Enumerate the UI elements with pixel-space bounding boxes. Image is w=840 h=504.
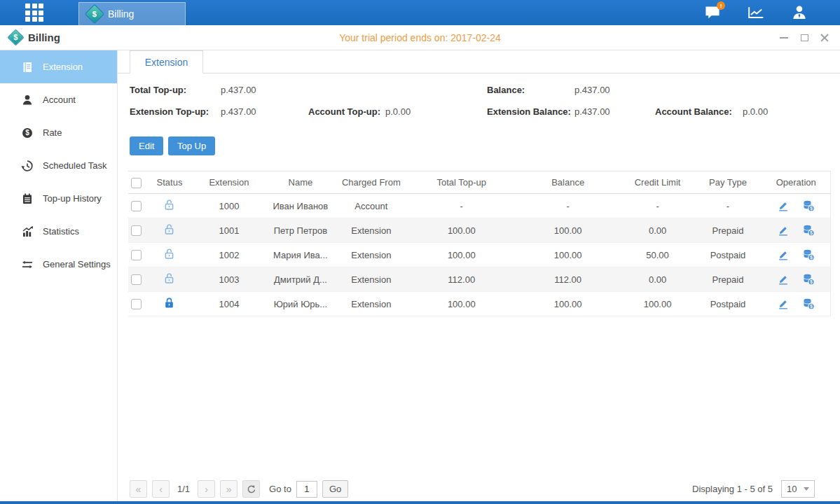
cell-credit-limit: - bbox=[621, 194, 694, 218]
unlocked-icon bbox=[163, 199, 175, 211]
sidebar-item-label: General Settings bbox=[43, 259, 111, 270]
refresh-button[interactable] bbox=[242, 480, 260, 498]
svg-text:$: $ bbox=[810, 206, 813, 211]
sidebar-item-label: Account bbox=[43, 94, 76, 105]
general-settings-icon bbox=[21, 258, 34, 271]
minimize-button[interactable] bbox=[778, 32, 790, 43]
extension-topup-value: p.437.00 bbox=[221, 106, 256, 117]
sidebar-item-statistics[interactable]: Statistics bbox=[0, 215, 117, 248]
cell-pay-type: Prepaid bbox=[694, 218, 762, 243]
total-topup-label: Total Top-up: bbox=[130, 85, 186, 95]
edit-icon[interactable] bbox=[777, 273, 790, 286]
lock-status-icon bbox=[163, 272, 175, 284]
top-up-icon[interactable]: $ bbox=[802, 298, 815, 310]
edit-icon[interactable] bbox=[777, 224, 790, 237]
table-row[interactable]: 1002 Мария Ива... Extension 100.00 100.0… bbox=[128, 243, 831, 267]
window-titlebar: $ Billing Your trial period ends on: 201… bbox=[0, 25, 840, 50]
edit-icon[interactable] bbox=[777, 298, 790, 310]
table-row[interactable]: 1004 Юрий Юрь... Extension 100.00 100.00… bbox=[128, 292, 831, 316]
taskbar-tab-billing[interactable]: $ Billing bbox=[78, 2, 186, 25]
col-header-extension: Extension bbox=[191, 172, 267, 194]
row-checkbox[interactable] bbox=[131, 225, 142, 236]
sidebar-item-general-settings[interactable]: General Settings bbox=[0, 248, 117, 281]
col-header-total-topup: Total Top-up bbox=[408, 172, 515, 194]
unlocked-icon bbox=[163, 248, 175, 260]
sidebar-item-rate[interactable]: $ Rate bbox=[0, 116, 117, 149]
account-topup-value: p.0.00 bbox=[385, 106, 411, 117]
svg-text:$: $ bbox=[810, 279, 813, 285]
table-row[interactable]: 1001 Петр Петров Extension 100.00 100.00… bbox=[128, 218, 831, 243]
resource-monitor-button[interactable] bbox=[748, 5, 764, 20]
top-up-button[interactable]: Top Up bbox=[168, 136, 215, 155]
notification-badge: ! bbox=[717, 1, 725, 10]
notifications-button[interactable]: ! bbox=[704, 5, 721, 20]
page-indicator: 1/1 bbox=[174, 484, 193, 494]
extension-balance-value: p.437.00 bbox=[574, 106, 610, 117]
sidebar-item-label: Scheduled Task bbox=[43, 160, 107, 171]
minimize-icon bbox=[780, 37, 788, 38]
first-page-button[interactable]: « bbox=[130, 480, 147, 498]
cell-name: Мария Ива... bbox=[267, 243, 334, 267]
table-row[interactable]: 1000 Иван Иванов Account - - - - $ bbox=[128, 194, 831, 218]
top-up-icon[interactable]: $ bbox=[802, 273, 815, 286]
last-page-button[interactable]: » bbox=[220, 480, 237, 498]
select-all-checkbox[interactable] bbox=[131, 178, 142, 188]
lock-status-icon bbox=[163, 223, 175, 235]
go-button[interactable]: Go bbox=[322, 480, 348, 498]
user-account-button[interactable] bbox=[791, 5, 808, 20]
cell-extension: 1001 bbox=[191, 218, 267, 243]
billing-app-icon: $ bbox=[85, 4, 104, 24]
svg-text:$: $ bbox=[810, 304, 813, 309]
cell-pay-type: Postpaid bbox=[694, 292, 762, 316]
sidebar-item-scheduled-task[interactable]: Scheduled Task bbox=[0, 149, 117, 182]
sidebar-item-topup-history[interactable]: Top-up History bbox=[0, 182, 117, 215]
lock-status-icon bbox=[163, 297, 175, 309]
extension-topup-label: Extension Top-up: bbox=[130, 106, 209, 117]
goto-page-input[interactable] bbox=[296, 481, 317, 498]
sidebar-item-extension[interactable]: Extension bbox=[0, 50, 117, 83]
prev-page-button[interactable]: ‹ bbox=[152, 480, 170, 498]
row-checkbox[interactable] bbox=[131, 250, 142, 260]
maximize-button[interactable] bbox=[799, 32, 810, 43]
sidebar-item-account[interactable]: Account bbox=[0, 83, 117, 116]
tab-extension[interactable]: Extension bbox=[130, 50, 203, 74]
balance-value: p.437.00 bbox=[574, 85, 610, 95]
row-checkbox[interactable] bbox=[131, 274, 142, 285]
unlocked-icon bbox=[163, 272, 175, 284]
cell-extension: 1004 bbox=[191, 292, 267, 316]
table-row[interactable]: 1003 Дмитрий Д... Extension 112.00 112.0… bbox=[128, 267, 831, 292]
refresh-icon bbox=[247, 484, 256, 494]
top-up-icon[interactable]: $ bbox=[802, 200, 815, 212]
row-checkbox[interactable] bbox=[131, 299, 142, 309]
edit-button[interactable]: Edit bbox=[130, 136, 163, 155]
balance-label: Balance: bbox=[487, 85, 525, 95]
edit-icon[interactable] bbox=[777, 200, 790, 212]
app-launcher-icon[interactable] bbox=[25, 4, 43, 22]
cell-extension: 1003 bbox=[191, 267, 267, 292]
cell-pay-type: Postpaid bbox=[694, 243, 762, 267]
user-icon bbox=[791, 4, 808, 21]
sidebar: Extension Account $ Rate bbox=[0, 50, 118, 504]
top-up-icon[interactable]: $ bbox=[802, 248, 815, 261]
edit-icon[interactable] bbox=[777, 248, 790, 261]
cell-pay-type: Prepaid bbox=[694, 267, 762, 292]
unlocked-icon bbox=[163, 223, 175, 235]
sidebar-item-label: Rate bbox=[43, 127, 62, 138]
top-up-icon[interactable]: $ bbox=[802, 224, 815, 237]
next-page-button[interactable]: › bbox=[198, 480, 215, 498]
col-header-credit-limit: Credit Limit bbox=[621, 172, 694, 194]
row-checkbox[interactable] bbox=[131, 201, 142, 211]
window-controls bbox=[778, 25, 830, 50]
account-topup-label: Account Top-up: bbox=[308, 106, 380, 117]
close-button[interactable] bbox=[819, 32, 830, 43]
close-icon bbox=[820, 34, 829, 42]
page-size-select[interactable]: 10 bbox=[781, 480, 815, 498]
account-balance-label: Account Balance: bbox=[655, 106, 732, 117]
cell-charged-from: Extension bbox=[334, 292, 408, 316]
rate-icon: $ bbox=[21, 127, 34, 139]
account-icon bbox=[21, 94, 34, 106]
cell-name: Петр Петров bbox=[267, 218, 334, 243]
col-header-charged-from: Charged From bbox=[334, 172, 408, 194]
cell-total-topup: 100.00 bbox=[408, 292, 515, 316]
billing-window-icon: $ bbox=[7, 29, 24, 46]
